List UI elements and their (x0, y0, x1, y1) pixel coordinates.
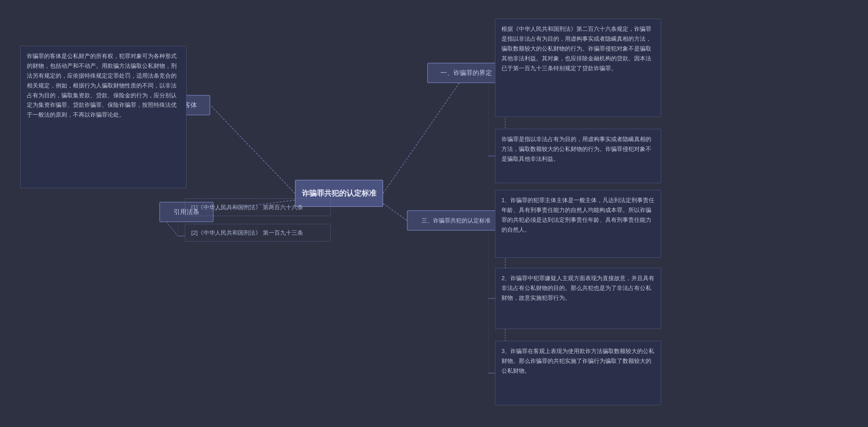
svg-line-3 (383, 203, 407, 220)
mind-map: 诈骗罪共犯的认定标准 一、诈骗罪的界定 二、诈骗罪的客体 引用法条 三、诈骗罪共… (0, 0, 868, 427)
leaf6-text: 3、诈骗罪在客观上表现为使用欺诈方法骗取数额较大的公私财物。那么诈骗罪的共犯实施… (501, 348, 654, 374)
leaf3-text: 诈骗罪的客体是公私财产的所有权，犯罪对象可为各种形式的财物，包括动产和不动产。用… (27, 53, 177, 118)
branch-node-1: 一、诈骗罪的界定 (427, 63, 505, 83)
branch4-label: 三、诈骗罪共犯的认定标准 (421, 217, 491, 225)
leaf5-text: 2、诈骗罪中犯罪嫌疑人主观方面表现为直接故意，并且具有非法占有公私财物的目的。那… (501, 275, 654, 301)
svg-line-0 (383, 73, 466, 193)
leaf-node-2: 诈骗罪是指以非法占有为目的，用虚构事实或者隐瞒真相的方法，骗取数额较大的公私财物… (495, 129, 661, 183)
leaf1-text: 根据《中华人民共和国刑法》第二百六十六条规定，诈骗罪是指以非法占有为目的，用虚构… (501, 26, 651, 72)
branch-node-4: 三、诈骗罪共犯的认定标准 (407, 210, 505, 231)
branch1-label: 一、诈骗罪的界定 (440, 69, 492, 77)
leaf-node-1: 根据《中华人民共和国刑法》第二百六十六条规定，诈骗罪是指以非法占有为目的，用虚构… (495, 19, 661, 117)
leaf-node-6: 3、诈骗罪在客观上表现为使用欺诈方法骗取数额较大的公私财物。那么诈骗罪的共犯实施… (495, 341, 661, 405)
leaf-node-3: 诈骗罪的客体是公私财产的所有权，犯罪对象可为各种形式的财物，包括动产和不动产。用… (20, 46, 186, 188)
leaf-node-4: 1、诈骗罪的犯罪主体主体是一般主体，凡达到法定刑事责任年龄、具有刑事责任能力的自… (495, 190, 661, 258)
leaf4-text: 1、诈骗罪的犯罪主体主体是一般主体，凡达到法定刑事责任年龄、具有刑事责任能力的自… (501, 197, 654, 233)
citation-2: [2]《中华人民共和国刑法》 第一百九十三条 (185, 224, 331, 241)
leaf-node-5: 2、诈骗罪中犯罪嫌疑人主观方面表现为直接故意，并且具有非法占有公私财物的目的。那… (495, 268, 661, 329)
citation-1: [1]《中华人民共和国刑法》 第两百六十六条 (185, 198, 331, 216)
cite2-text: [2]《中华人民共和国刑法》 第一百九十三条 (191, 229, 303, 237)
cite1-text: [1]《中华人民共和国刑法》 第两百六十六条 (191, 203, 303, 211)
leaf2-text: 诈骗罪是指以非法占有为目的，用虚构事实或者隐瞒真相的方法，骗取数额较大的公私财物… (501, 136, 651, 162)
svg-line-1 (210, 105, 295, 193)
central-node-label: 诈骗罪共犯的认定标准 (302, 188, 376, 198)
